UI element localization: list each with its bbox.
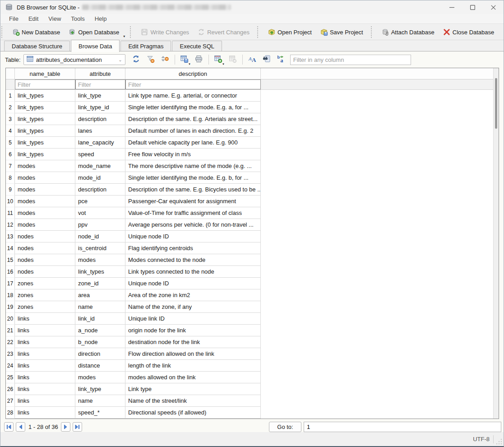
menu-edit[interactable]: Edit <box>23 14 43 23</box>
last-page-button[interactable] <box>73 422 82 432</box>
cell-description[interactable]: Value-of-Time for traffic assignment of … <box>125 207 261 219</box>
cell-attribute[interactable]: direction <box>75 348 125 360</box>
cell-description[interactable]: Description of the same. E.g. Bicycles u… <box>125 184 261 196</box>
cell-name-table[interactable]: link_types <box>15 125 75 137</box>
cell-description[interactable]: The more descriptive name of the mode (e… <box>125 160 261 172</box>
cell-name-table[interactable]: links <box>15 407 75 419</box>
open-project-button[interactable]: Open Project <box>264 26 316 38</box>
new-database-button[interactable]: New Database <box>8 26 64 38</box>
previous-page-button[interactable] <box>16 422 25 432</box>
cell-attribute[interactable]: link_types <box>75 266 125 278</box>
tab-browse-data[interactable]: Browse Data <box>71 40 120 52</box>
clear-sorting-button[interactable] <box>159 54 171 65</box>
cell-description[interactable]: Default vehicle capacity per lane. E.g. … <box>125 137 261 149</box>
cell-description[interactable]: Default number of lanes in each directio… <box>125 125 261 137</box>
cell-name-table[interactable]: nodes <box>15 231 75 242</box>
cell-description[interactable]: Single letter identifying the mode. E.g.… <box>125 102 261 113</box>
cell-name-table[interactable]: modes <box>15 172 75 184</box>
table-row[interactable]: 15nodesmodesModes connected to the node <box>6 254 499 266</box>
cell-description[interactable]: destination node for the link <box>125 336 261 348</box>
cell-name-table[interactable]: link_types <box>15 90 75 102</box>
table-row[interactable]: 19zonesnameName of the zone, if any <box>6 301 499 313</box>
table-row[interactable]: 5link_typeslane_capacityDefault vehicle … <box>6 137 499 149</box>
column-header-attribute[interactable]: attribute <box>75 68 125 79</box>
cell-attribute[interactable]: zone_id <box>75 278 125 289</box>
cell-description[interactable]: Flag identifying centroids <box>125 242 261 254</box>
cell-name-table[interactable]: link_types <box>15 113 75 125</box>
cell-description[interactable]: Area of the zone in km2 <box>125 289 261 301</box>
cell-description[interactable]: Passenger-Car equivalent for assignment <box>125 196 261 207</box>
table-row[interactable]: 4link_typeslanesDefault number of lanes … <box>6 125 499 137</box>
export-table-button[interactable]: ▾ <box>179 54 190 65</box>
filter-any-column-input[interactable] <box>290 55 411 65</box>
next-page-button[interactable] <box>61 422 70 432</box>
cell-attribute[interactable]: ppv <box>75 219 125 231</box>
cell-name-table[interactable]: nodes <box>15 254 75 266</box>
column-filter-description[interactable] <box>125 79 261 89</box>
cell-description[interactable]: Unique node ID <box>125 278 261 289</box>
column-header-description[interactable]: description <box>125 68 261 79</box>
cell-description[interactable]: Free flow velocity in m/s <box>125 149 261 160</box>
cell-attribute[interactable]: link_id <box>75 313 125 325</box>
column-filter-name-table[interactable] <box>15 79 75 89</box>
cell-name-table[interactable]: link_types <box>15 102 75 113</box>
table-row[interactable]: 2link_typeslink_type_idSingle letter ide… <box>6 102 499 113</box>
menu-tools[interactable]: Tools <box>66 14 89 23</box>
cell-attribute[interactable]: lane_capacity <box>75 137 125 149</box>
clear-filters-button[interactable] <box>145 54 157 65</box>
cell-name-table[interactable]: zones <box>15 289 75 301</box>
cell-name-table[interactable]: links <box>15 360 75 372</box>
cell-attribute[interactable]: distance <box>75 360 125 372</box>
menu-file[interactable]: File <box>4 14 23 23</box>
letters-ba-button[interactable]: ba <box>275 54 287 65</box>
column-filter-attribute[interactable] <box>75 79 125 89</box>
insert-record-button[interactable]: ▾ <box>213 54 224 65</box>
cell-attribute[interactable]: b_node <box>75 336 125 348</box>
revert-changes-button[interactable]: Revert Changes <box>193 26 254 38</box>
cell-name-table[interactable]: modes <box>15 207 75 219</box>
attach-database-button[interactable]: Attach Database <box>377 26 439 38</box>
font-aa-button[interactable]: AA <box>246 54 258 65</box>
table-row[interactable]: 14nodesis_centroidFlag identifying centr… <box>6 242 499 254</box>
cell-name-table[interactable]: modes <box>15 196 75 207</box>
cell-description[interactable]: Modes connected to the node <box>125 254 261 266</box>
cell-attribute[interactable]: name <box>75 301 125 313</box>
table-row[interactable]: 25linksmodesmodes allowed on the link <box>6 372 499 383</box>
cell-name-table[interactable]: nodes <box>15 242 75 254</box>
cell-description[interactable]: Average persons per vehicle. (0 for non-… <box>125 219 261 231</box>
dropdown-caret-icon[interactable]: ▾ <box>222 62 224 66</box>
tab-execute-sql[interactable]: Execute SQL <box>172 41 222 52</box>
cell-description[interactable]: Unique node ID <box>125 231 261 242</box>
cell-description[interactable]: origin node for the link <box>125 325 261 336</box>
cell-name-table[interactable]: link_types <box>15 149 75 160</box>
goto-record-input[interactable] <box>304 422 501 432</box>
cell-name-table[interactable]: link_types <box>15 137 75 149</box>
tab-database-structure[interactable]: Database Structure <box>4 41 70 52</box>
cell-attribute[interactable]: modes <box>75 254 125 266</box>
cell-attribute[interactable]: is_centroid <box>75 242 125 254</box>
cell-name-table[interactable]: modes <box>15 160 75 172</box>
cell-name-table[interactable]: zones <box>15 301 75 313</box>
menu-help[interactable]: Help <box>90 14 112 23</box>
table-select-combobox[interactable]: attributes_documentation ⌄ <box>23 54 125 65</box>
tab-edit-pragmas[interactable]: Edit Pragmas <box>120 41 171 52</box>
cell-description[interactable]: Description of the same. E.g. Arterials … <box>125 113 261 125</box>
cell-name-table[interactable]: links <box>15 336 75 348</box>
table-row[interactable]: 22linksb_nodedestination node for the li… <box>6 336 499 348</box>
table-row[interactable]: 8modesmode_idSingle letter identifying t… <box>6 172 499 184</box>
cell-name-table[interactable]: links <box>15 395 75 407</box>
cell-description[interactable]: length of the link <box>125 360 261 372</box>
table-row[interactable]: 12modesppvAverage persons per vehicle. (… <box>6 219 499 231</box>
table-row[interactable]: 20linkslink_idUnique link ID <box>6 313 499 325</box>
table-row[interactable]: 3link_typesdescriptionDescription of the… <box>6 113 499 125</box>
delete-record-button[interactable] <box>227 54 239 65</box>
table-row[interactable]: 6link_typesspeedFree flow velocity in m/… <box>6 149 499 160</box>
binoculars-document-button[interactable] <box>261 54 273 65</box>
open-database-button[interactable]: Open Database <box>64 26 123 38</box>
table-row[interactable]: 11modesvotValue-of-Time for traffic assi… <box>6 207 499 219</box>
cell-description[interactable]: Link type <box>125 383 261 395</box>
cell-description[interactable]: Unique link ID <box>125 313 261 325</box>
cell-description[interactable]: Directional speeds (if allowed) <box>125 407 261 419</box>
column-header-name-table[interactable]: name_table <box>15 68 75 79</box>
cell-attribute[interactable]: mode_id <box>75 172 125 184</box>
